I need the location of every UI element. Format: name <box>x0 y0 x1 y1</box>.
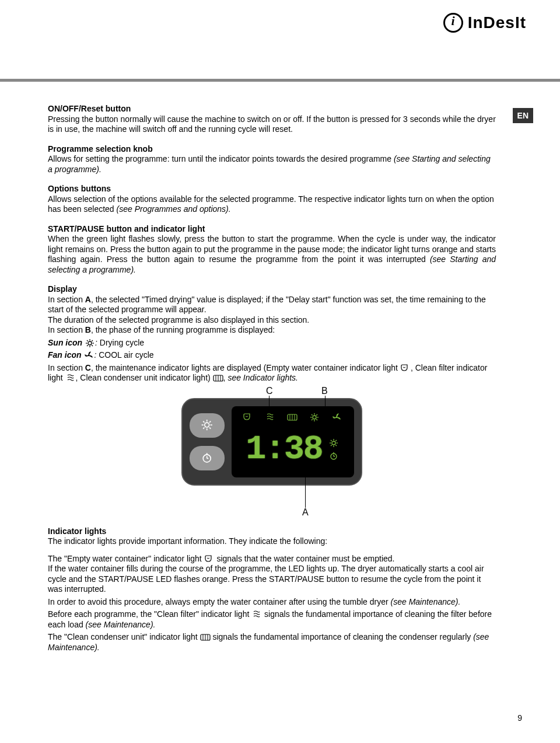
logo-circle-icon <box>443 13 463 33</box>
indicator-p4: Before each programme, the "Clean filter… <box>48 609 496 630</box>
display-section-c: In section C, the maintenance indicator … <box>48 363 496 383</box>
language-badge: EN <box>513 108 533 123</box>
body-startpause: When the green light flashes slowly, pre… <box>48 234 496 275</box>
indicator-intro: The indicator lights provide important i… <box>48 536 496 547</box>
indicator-p3: In order to avoid this procedure, always… <box>48 597 496 608</box>
body-options: Allows selection of the options availabl… <box>48 194 496 215</box>
panel-sun-button <box>190 413 225 438</box>
heading-onoff: ON/OFF/Reset button <box>48 104 496 114</box>
display-line3: In section B, the phase of the running p… <box>48 325 496 336</box>
figure-label-b: B <box>321 385 328 397</box>
screen-main-row: 1:38 <box>237 426 348 474</box>
screen-water-icon <box>243 413 254 423</box>
display-panel-figure: C B 1:38 <box>181 398 362 486</box>
section-indicator-lights: Indicator lights The indicator lights pr… <box>48 526 496 653</box>
display-sun-line: Sun icon : Drying cycle <box>48 338 496 348</box>
heading-display: Display <box>48 284 496 295</box>
indicator-p2: If the water container fills during the … <box>48 564 496 595</box>
screen-right-icons <box>328 439 340 461</box>
panel-button-column <box>190 413 225 470</box>
fan-icon <box>83 351 94 360</box>
condenser-icon <box>213 374 223 382</box>
figure-line-a <box>305 463 306 508</box>
screen-condenser-icon <box>287 413 299 423</box>
section-options: Options buttons Allows selection of the … <box>48 184 496 215</box>
section-startpause: START/PAUSE button and indicator light W… <box>48 224 496 275</box>
figure-label-a: A <box>302 507 309 518</box>
filter-icon <box>251 611 262 619</box>
water-container-icon <box>204 555 215 563</box>
screen-filter-icon <box>265 413 276 423</box>
condenser-icon <box>200 633 211 641</box>
display-line2: The duration of the selected programme i… <box>48 315 496 326</box>
panel-sun-icon <box>200 420 214 431</box>
heading-programme-knob: Programme selection knob <box>48 144 496 155</box>
screen-timer-icon-right <box>328 452 340 461</box>
water-container-icon <box>400 364 411 372</box>
filter-icon <box>65 374 76 382</box>
page-number: 9 <box>517 713 522 723</box>
section-display: Display In section A, the selected "Time… <box>48 284 496 383</box>
screen-sun-icon-right <box>328 439 340 448</box>
panel-timer-button <box>190 446 225 470</box>
brand-logo: InDesIt <box>443 13 526 33</box>
section-onoff: ON/OFF/Reset button Pressing the button … <box>48 104 496 135</box>
section-programme-knob: Programme selection knob Allows for sett… <box>48 144 496 175</box>
heading-options: Options buttons <box>48 184 496 194</box>
indicator-p1: The "Empty water container" indicator li… <box>48 554 496 564</box>
screen-fan-icon <box>331 413 343 423</box>
figure-label-c: C <box>266 385 273 397</box>
screen-sun-icon <box>309 413 321 423</box>
body-onoff: Pressing the button normally will cause … <box>48 114 496 135</box>
display-fan-line: Fan icon : COOL air cycle <box>48 350 496 361</box>
panel-timer-icon <box>200 452 214 464</box>
display-screen: 1:38 <box>232 406 354 477</box>
page-content: ON/OFF/Reset button Pressing the button … <box>48 104 496 662</box>
indicator-p5: The "Clean condenser unit" indicator lig… <box>48 632 496 653</box>
logo-text: InDesIt <box>468 13 526 32</box>
header-divider <box>0 79 560 82</box>
heading-startpause: START/PAUSE button and indicator light <box>48 224 496 235</box>
screen-top-row <box>237 410 348 426</box>
sun-icon <box>85 339 95 347</box>
display-panel: 1:38 <box>181 398 362 486</box>
display-line1: In section A, the selected "Timed drying… <box>48 295 496 315</box>
screen-time-value: 1:38 <box>246 428 322 471</box>
body-programme-knob: Allows for setting the programme: turn u… <box>48 154 496 175</box>
heading-indicator-lights: Indicator lights <box>48 526 496 537</box>
